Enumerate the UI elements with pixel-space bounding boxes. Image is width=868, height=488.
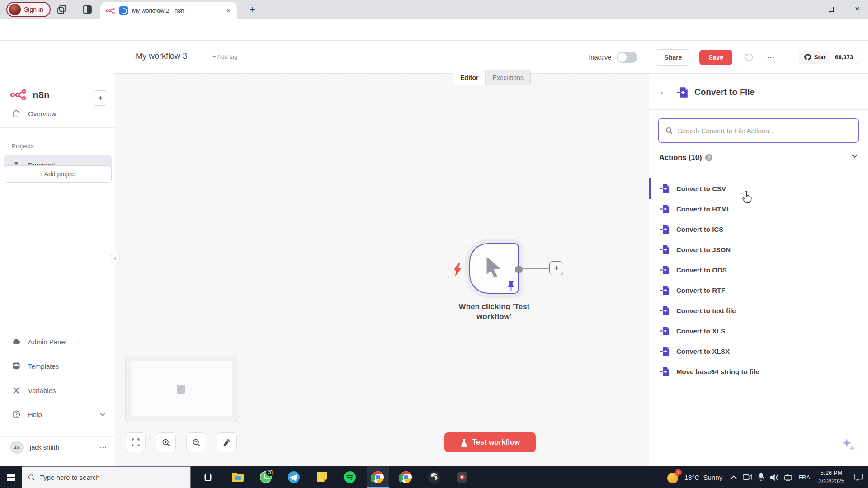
browser-profile-button[interactable]: Sign in [6,2,51,17]
lightning-bolt-icon [451,263,464,277]
action-list-item[interactable]: Convert to HTML [649,199,868,219]
system-tray: 1 18°C Sunny [663,466,868,488]
file-action-icon [660,346,670,357]
windows-taskbar: 28 [0,466,868,488]
flask-icon [460,438,468,447]
help-badge-icon[interactable]: ? [705,154,712,161]
action-list-item[interactable]: Convert to JSON [649,239,868,260]
action-list-item[interactable]: Move base64 string to file [649,361,868,382]
github-star-widget[interactable]: Star 69,373 [799,51,858,64]
user-avatar: JS [10,441,24,454]
sidebar-item-overview[interactable]: Overview [4,104,112,123]
action-list-item[interactable]: Convert to text file [649,300,868,321]
actions-list: Convert to CSV Convert to HTML [649,178,868,382]
whatsapp-icon[interactable]: 28 [255,466,277,488]
add-project-button[interactable]: + Add project [4,165,112,183]
add-workflow-button[interactable]: + [93,90,108,106]
sidebar-item-templates[interactable]: Templates [4,357,112,375]
n8n-favicon [106,7,116,14]
browser-tab-strip: Sign in My workflow 2 - n8n × + × [0,0,868,19]
weather-widget[interactable]: 1 18°C Sunny [663,466,727,488]
tray-chevron-up-icon[interactable] [727,466,741,488]
start-button[interactable] [0,466,22,488]
workflow-name[interactable]: My workflow 3 [136,52,187,61]
action-list-item[interactable]: Convert to XLS [649,321,868,341]
share-button[interactable]: Share [656,49,690,66]
zoom-in-button[interactable] [156,432,176,452]
tab-groups-icon[interactable] [57,4,67,15]
panel-search-input[interactable] [678,127,852,135]
action-list-item[interactable]: Convert to RTF [649,280,868,300]
split-window-icon[interactable] [82,4,93,15]
language-indicator[interactable]: FRA [795,474,814,481]
sidebar-item-label: Overview [28,110,57,117]
file-action-icon [660,224,670,235]
zoom-out-button[interactable] [186,432,206,452]
action-list-item[interactable]: Convert to XLSX [649,341,868,361]
screen: Sign in My workflow 2 - n8n × + × ← [0,0,868,488]
action-list-item[interactable]: Convert to ODS [649,260,868,280]
home-icon [12,109,21,118]
chrome-active-icon[interactable] [367,466,389,488]
zoom-to-fit-button[interactable] [126,432,146,452]
action-label: Convert to XLSX [676,347,730,355]
speaker-icon[interactable] [768,466,781,488]
clock-widget[interactable]: 5:26 PM 3/22/2025 [814,469,849,485]
add-tag-button[interactable]: + Add tag [212,53,237,60]
user-menu-icon[interactable]: ⋯ [99,442,107,452]
ai-assistant-icon[interactable] [841,437,856,452]
workflow-menu-icon[interactable]: ⋯ [767,52,776,62]
window-minimize-button[interactable] [794,0,815,18]
action-list-item[interactable]: Convert to CSV [649,178,868,199]
notification-center-icon[interactable] [849,466,868,488]
tab-executions[interactable]: Executions [486,70,530,85]
sidebar-item-label: Templates [28,362,59,370]
camera-icon[interactable] [741,466,754,488]
search-icon [665,127,673,135]
save-button[interactable]: Save [699,50,732,65]
file-explorer-icon[interactable] [227,466,249,488]
new-tab-button[interactable]: + [246,4,259,16]
output-connector[interactable] [515,266,523,273]
panel-search[interactable] [658,118,859,143]
search-icon [28,474,35,481]
tab-editor[interactable]: Editor [453,70,486,85]
add-node-button[interactable]: + [549,261,563,275]
whatsapp-badge: 28 [266,469,274,476]
test-workflow-label: Test workflow [472,438,520,446]
history-icon[interactable] [744,52,754,62]
activation-toggle[interactable] [617,52,637,63]
tidy-up-button[interactable] [217,432,237,452]
spotify-icon[interactable] [339,466,361,488]
microphone-icon[interactable] [754,466,768,488]
user-row[interactable]: JS jack smith ⋯ [0,436,115,457]
variables-icon [12,386,21,395]
sidebar-collapse-button[interactable]: ‹ [110,253,120,263]
browser-tab[interactable]: My workflow 2 - n8n × [100,2,237,19]
trigger-node[interactable] [469,243,519,294]
test-workflow-button[interactable]: Test workflow [444,432,536,452]
sidebar-item-variables[interactable]: Variables [4,381,112,400]
back-arrow-icon[interactable]: ← [659,86,669,96]
obs-icon[interactable] [423,466,445,488]
help-circle-icon [12,410,21,419]
actions-section-header[interactable]: Actions (10) ? [659,153,712,162]
taskbar-search[interactable] [22,466,191,488]
action-list-item[interactable]: Convert to ICS [649,219,868,239]
sidebar-item-admin-panel[interactable]: Admin Panel [4,332,112,351]
chrome-icon[interactable] [395,466,417,488]
window-close-button[interactable]: × [847,0,868,18]
network-icon[interactable] [781,466,795,488]
taskbar-search-input[interactable] [40,474,185,481]
file-action-icon [660,326,670,336]
sticky-notes-icon[interactable] [311,466,333,488]
sidebar-item-help[interactable]: Help [4,405,112,424]
task-view-icon[interactable] [197,466,219,488]
window-maximize-button[interactable] [821,0,841,18]
minimap[interactable] [125,356,238,422]
telegram-icon[interactable] [283,466,305,488]
media-app-icon[interactable] [451,466,473,488]
n8n-logo: n8n [10,89,50,100]
tab-close-icon[interactable]: × [225,7,232,14]
section-chevron-down-icon[interactable] [851,154,858,158]
